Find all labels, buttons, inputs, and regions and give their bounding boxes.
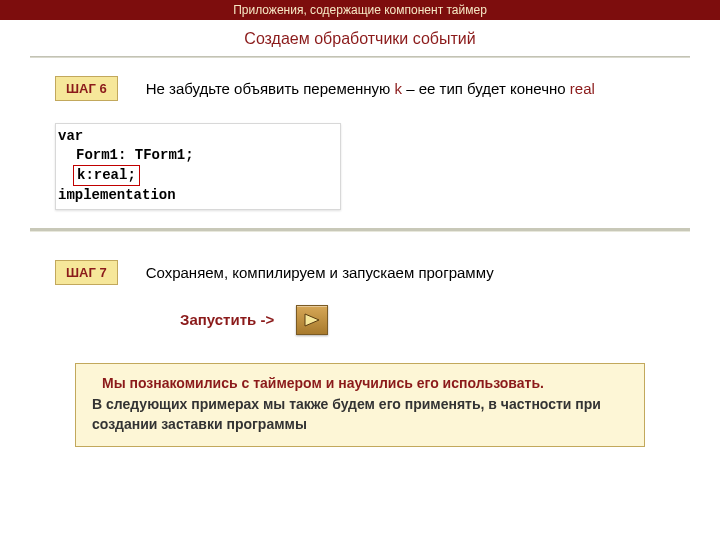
code-line-4: implementation xyxy=(58,186,338,205)
play-button[interactable] xyxy=(296,305,328,335)
step-6-text: Не забудьте объявить переменную k – ее т… xyxy=(146,80,595,97)
divider xyxy=(30,56,690,58)
step-7-text: Сохраняем, компилируем и запускаем прогр… xyxy=(146,264,494,281)
summary-box: Мы познакомились с таймером и научились … xyxy=(75,363,645,448)
step-7-badge: ШАГ 7 xyxy=(55,260,118,285)
step6-type: real xyxy=(570,80,595,97)
step-6-row: ШАГ 6 Не забудьте объявить переменную k … xyxy=(55,76,720,101)
code-block: var Form1: TForm1; k:real; implementatio… xyxy=(55,123,341,210)
page-subtitle: Создаем обработчики событий xyxy=(0,30,720,48)
step6-mid: – ее тип будет конечно xyxy=(402,80,570,97)
play-icon xyxy=(304,313,320,327)
code-line-3-highlighted: k:real; xyxy=(73,165,140,186)
summary-line-1: Мы познакомились с таймером и научились … xyxy=(92,374,628,394)
step-6-badge: ШАГ 6 xyxy=(55,76,118,101)
code-line-1: var xyxy=(58,127,338,146)
slide-page: Приложения, содержащие компонент таймер … xyxy=(0,0,720,540)
launch-label: Запустить -> xyxy=(180,311,274,328)
svg-marker-0 xyxy=(305,314,319,326)
header-title: Приложения, содержащие компонент таймер xyxy=(233,3,487,17)
step-7-row: ШАГ 7 Сохраняем, компилируем и запускаем… xyxy=(55,260,720,285)
summary-line-2: В следующих примерах мы также будем его … xyxy=(92,395,628,434)
header-bar: Приложения, содержащие компонент таймер xyxy=(0,0,720,20)
divider xyxy=(30,228,690,232)
launch-row: Запустить -> xyxy=(180,305,720,335)
code-line-2: Form1: TForm1; xyxy=(58,146,338,165)
step6-var: k xyxy=(395,80,403,97)
step6-pre: Не забудьте объявить переменную xyxy=(146,80,395,97)
